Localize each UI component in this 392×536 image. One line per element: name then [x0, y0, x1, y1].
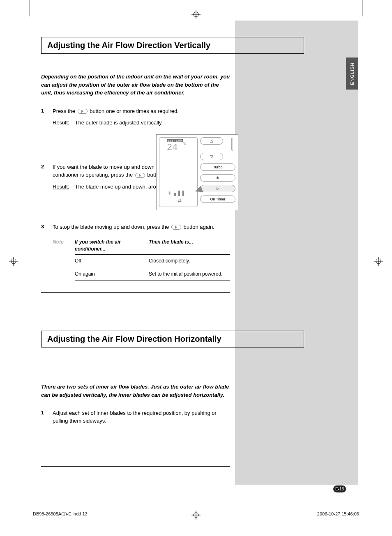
footer-filename: DB98-26505A(1)-E.indd 13: [33, 511, 88, 516]
note-table: If you switch the air conditioner... The…: [75, 239, 230, 281]
mode-icons: ✳ ▖▌▌: [168, 191, 187, 196]
section2-intro: There are two sets of inner air flow bla…: [41, 383, 230, 399]
swing-button-icon: [171, 225, 181, 230]
crop-mark: [20, 0, 20, 16]
note-cell: Off: [75, 258, 149, 265]
registration-mark-icon: [191, 10, 201, 19]
swing-button-icon: [78, 109, 88, 114]
on-timer-button: On Timer: [200, 196, 235, 203]
result-text: The outer blade is adjusted vertically.: [75, 119, 163, 127]
thermometer-icon: [231, 138, 233, 151]
section-heading-vertical: Adjusting the Air Flow Direction Vertica…: [41, 37, 304, 54]
page-content: Adjusting the Air Flow Direction Vertica…: [41, 37, 351, 467]
turbo-button: Turbo: [200, 163, 235, 171]
note-table-head1: If you switch the air conditioner...: [75, 239, 149, 253]
step-number: 1: [41, 409, 53, 429]
registration-mark-icon: [374, 257, 383, 266]
note-label: Note: [53, 239, 69, 281]
temp-down-button: ▽: [200, 153, 223, 160]
swing-button-icon: [135, 173, 145, 178]
note-cell: On again: [75, 271, 149, 278]
temp-up-button: △: [200, 137, 223, 145]
swing-button-highlighted: ▷: [200, 185, 235, 192]
step-number: 3: [41, 223, 53, 281]
language-tab: ENGLISH: [346, 58, 358, 90]
step1-text-after: button one or more times as required.: [90, 108, 179, 114]
step-3: 3 To stop the blade moving up and down, …: [41, 220, 230, 293]
step1-text-before: Press the: [53, 108, 77, 114]
step-number: 2: [41, 163, 53, 216]
result-label: Result:: [53, 183, 69, 191]
section-heading-horizontal: Adjusting the Air Flow Direction Horizon…: [41, 331, 304, 347]
remote-control-illustration: SET TEMP 24 °C ✳ ▖▌▌ ⇄ △ ▽ Turbo ❄ ▷ On …: [156, 134, 238, 210]
mode-button: ❄: [200, 174, 235, 182]
section2-step-1: 1 Adjust each set of inner blades to the…: [41, 406, 230, 467]
swing-indicator-icon: ⇄: [178, 198, 182, 203]
note-cell: Closed completely.: [149, 258, 230, 265]
step3-text-before: To stop the blade moving up and down, pr…: [53, 224, 171, 230]
section2-step1-text: Adjust each set of inner blades to the r…: [53, 409, 230, 425]
set-temp-label: SET TEMP: [167, 139, 183, 142]
crop-mark: [372, 0, 372, 16]
temperature-unit: °C: [182, 142, 187, 146]
page-number: E-13: [333, 485, 346, 492]
temperature-value: 24: [167, 143, 178, 153]
step3-text-after: button again.: [184, 224, 214, 230]
registration-mark-icon: [9, 257, 18, 266]
crop-mark: [362, 0, 362, 16]
result-label: Result:: [53, 119, 69, 127]
footer: DB98-26505A(1)-E.indd 13 2006-10-27 15:4…: [33, 511, 359, 516]
section1-intro: Depending on the position of the indoor …: [41, 73, 230, 97]
crop-mark: [30, 0, 30, 16]
note-cell: Set to the initial position powered.: [149, 271, 230, 278]
step-number: 1: [41, 108, 53, 156]
note-table-head2: Then the blade is...: [149, 239, 230, 253]
footer-timestamp: 2006-10-27 15:46:06: [317, 511, 359, 516]
